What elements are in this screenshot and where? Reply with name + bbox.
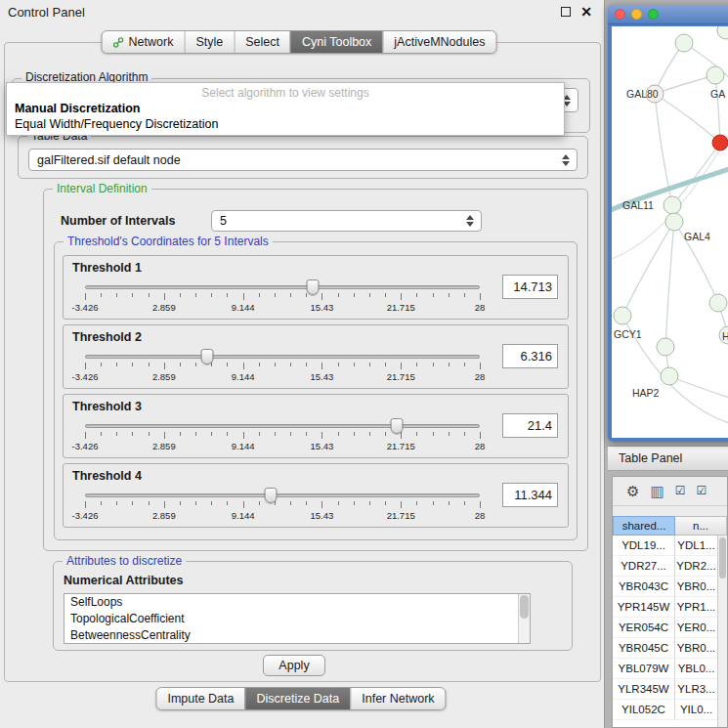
cell-name[interactable]: YER0... (675, 618, 717, 638)
table-row[interactable]: YER054CYER0... (613, 618, 717, 638)
threshold-label: Threshold 3 (72, 400, 142, 413)
float-panel-icon[interactable] (561, 7, 571, 17)
cell-shared-name[interactable]: YBL079W (613, 659, 675, 679)
threshold-value-field[interactable]: 11.344 (502, 483, 558, 507)
list-item[interactable]: TopologicalCoefficient (64, 611, 530, 627)
list-item[interactable]: BetweennessCentrality (64, 627, 530, 644)
slider-tick (275, 363, 276, 366)
select-columns-icon[interactable]: ☑ (696, 484, 707, 498)
popup-option-manual[interactable]: Manual Discretization (7, 101, 564, 116)
threshold-value-field[interactable]: 6.316 (502, 344, 558, 368)
apply-button[interactable]: Apply (263, 655, 325, 676)
table-row[interactable]: YLR345WYLR3... (613, 679, 717, 700)
slider-tick (480, 501, 481, 508)
network-node[interactable] (661, 367, 678, 385)
cell-name[interactable]: YBR0... (675, 638, 717, 659)
popup-placeholder-item[interactable]: Select algorithm to view settings (7, 85, 564, 101)
threshold-label: Threshold 4 (72, 469, 142, 483)
table-scrollbar[interactable] (717, 535, 727, 727)
numerical-attributes-label: Numerical Attributes (64, 574, 183, 587)
cell-name[interactable]: YLR3... (675, 679, 717, 700)
slider-tick (85, 363, 86, 369)
table-row[interactable]: YPR145WYPR1... (613, 597, 717, 618)
network-node[interactable] (709, 294, 727, 312)
bottom-tabs: Impute DataDiscretize DataInfer Network (155, 687, 446, 710)
gear-icon[interactable]: ⚙ (626, 484, 639, 498)
cell-name[interactable]: YIL0... (675, 700, 717, 720)
tab-style[interactable]: Style (184, 31, 234, 53)
slider-thumb[interactable] (307, 279, 320, 295)
network-node[interactable] (717, 26, 728, 39)
network-canvas[interactable]: GAL80GAGAL11GAL4GCY1HAP2H (612, 26, 728, 438)
threshold-value-field[interactable]: 21.4 (502, 413, 558, 438)
cell-name[interactable]: YDL1... (675, 535, 717, 556)
table-row[interactable]: YDL19...YDL1... (613, 535, 717, 556)
table-row[interactable]: YDR27...YDR2... (613, 556, 717, 577)
cell-name[interactable]: YPR1... (675, 597, 717, 618)
cell-shared-name[interactable]: YLR345W (613, 679, 675, 700)
slider-track[interactable] (85, 285, 480, 289)
popup-option-equal-width[interactable]: Equal Width/Frequency Discretization (7, 116, 564, 132)
tab-select[interactable]: Select (234, 31, 290, 53)
network-node[interactable] (665, 213, 683, 231)
zoom-traffic-light-icon[interactable] (648, 9, 659, 20)
tab-jactivemnodules[interactable]: jActiveMNodules (382, 31, 495, 53)
cell-name[interactable]: YBL0... (675, 659, 717, 679)
cell-name[interactable]: YDR2... (675, 556, 717, 577)
cell-shared-name[interactable]: YDL19... (613, 535, 675, 556)
cell-shared-name[interactable]: YIL052C (613, 700, 675, 720)
slider-thumb[interactable] (391, 418, 404, 434)
network-node[interactable] (712, 135, 728, 150)
cell-name[interactable]: YBR0... (675, 577, 717, 597)
table-data-combo[interactable]: galFiltered.sif default node (28, 149, 578, 171)
minimize-traffic-light-icon[interactable] (631, 9, 642, 20)
table-scrollbar-thumb[interactable] (719, 537, 726, 578)
list-scrollbar[interactable] (518, 594, 530, 643)
table-rows: YDL19...YDL1...YDR27...YDR2...YBR043CYBR… (613, 535, 717, 727)
table-row[interactable]: YIL052CYIL0... (613, 700, 717, 720)
list-item[interactable]: SelfLoops (64, 594, 530, 611)
cell-shared-name[interactable]: YBR043C (613, 577, 675, 597)
cell-shared-name[interactable]: YER054C (613, 618, 675, 638)
close-panel-icon[interactable]: ✕ (580, 4, 592, 20)
slider-track[interactable] (85, 424, 480, 428)
threshold-slider[interactable]: -3.4262.8599.14415.4321.71528 (85, 487, 480, 526)
table-row[interactable]: YBR043CYBR0... (613, 577, 717, 597)
number-of-intervals-combo[interactable]: 5 (211, 210, 482, 232)
bottom-tab-infer-network[interactable]: Infer Network (350, 688, 445, 709)
slider-track[interactable] (85, 355, 480, 359)
slider-tick (369, 293, 370, 297)
slider-thumb[interactable] (264, 488, 277, 503)
list-scrollbar-thumb[interactable] (520, 595, 529, 619)
network-node[interactable] (675, 34, 693, 52)
network-node[interactable] (707, 66, 724, 84)
bottom-tab-discretize-data[interactable]: Discretize Data (245, 688, 351, 709)
network-window-titlebar[interactable] (608, 5, 728, 24)
bottom-tab-impute-data[interactable]: Impute Data (156, 688, 244, 709)
network-node[interactable] (614, 307, 631, 324)
slider-tick (449, 501, 450, 505)
column-header-shared-name[interactable]: shared... (613, 516, 675, 535)
cell-shared-name[interactable]: YPR145W (613, 597, 675, 618)
slider-track[interactable] (85, 493, 480, 497)
slider-thumb[interactable] (201, 349, 214, 364)
cell-shared-name[interactable]: YDR27... (613, 556, 675, 577)
slider-tick (401, 293, 402, 300)
numerical-attributes-list[interactable]: SelfLoopsTopologicalCoefficientBetweenne… (64, 593, 531, 644)
tab-network[interactable]: Network (103, 31, 185, 53)
tab-cyni-toolbox[interactable]: Cyni Toolbox (290, 31, 382, 53)
tab-label: Style (195, 35, 223, 49)
table-row[interactable]: YBR045CYBR0... (613, 638, 717, 659)
threshold-value-field[interactable]: 14.713 (502, 275, 558, 299)
columns-icon[interactable]: ▥ (650, 484, 664, 498)
cell-shared-name[interactable]: YBR045C (613, 638, 675, 659)
network-node[interactable] (664, 196, 681, 214)
close-traffic-light-icon[interactable] (615, 9, 625, 20)
network-node[interactable] (657, 338, 674, 356)
select-all-icon[interactable]: ☑ (675, 484, 686, 498)
threshold-slider[interactable]: -3.4262.8599.14415.4321.71528 (85, 417, 480, 456)
threshold-slider[interactable]: -3.4262.8599.14415.4321.71528 (85, 348, 480, 387)
column-header-name[interactable]: n... (675, 516, 727, 535)
table-row[interactable]: YBL079WYBL0... (613, 659, 717, 679)
threshold-slider[interactable]: -3.4262.8599.14415.4321.71528 (85, 278, 480, 318)
